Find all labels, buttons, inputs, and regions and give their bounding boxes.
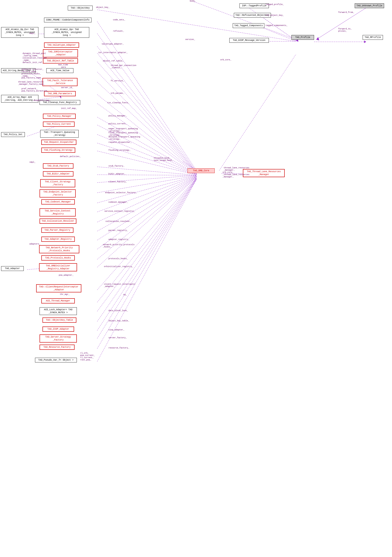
svg-line-30 — [97, 151, 196, 175]
label-endpoints-map: endpoints_map_ — [33, 99, 51, 102]
class-diagram: TAO_Unknown_Profile TAO_Profile TAO_MPro… — [0, 0, 392, 557]
node-tao-parser-registry: TAO_Parser_Registry — [41, 228, 74, 233]
label-network-priority-protocols-hooks: network_priority_protocols_hooks_ — [103, 244, 134, 248]
label-data-block-lock: data_block_lock_ — [108, 310, 128, 312]
node-tao-codeset-manager: TAO_Codeset_Manager — [41, 199, 75, 205]
label-orb-core: orb_core_ — [220, 59, 231, 61]
label-server-id: server_id_ — [61, 87, 73, 89]
label-object-key-table: object_key_table_ — [108, 320, 129, 322]
node-ace-array-map: ACE_Array_Map< ACE_CString, ACE_CString … — [1, 95, 38, 103]
label-threadio-hook: threadio_hook_sync_scope_hook_ — [154, 157, 173, 162]
node-tao-unknown-profile: TAO_Unknown_Profile — [355, 3, 384, 8]
label-forward-to-ptiles: forward_to_ptiles_ — [338, 28, 351, 32]
node-tao-stub-factory: TAO_Stub_Factory — [43, 163, 74, 169]
node-tao-orb-core: TAO_ORB_Core — [188, 168, 215, 173]
node-tao-ziop-adapter: TAO_ZIOP_Adapter — [42, 327, 74, 332]
node-tao-object-ref-table: TAO_Object_Ref_Table — [43, 58, 78, 64]
node-iop-taggedprofile: IOP::TaggedProfile — [239, 3, 269, 8]
node-tao-orbinitializer-registry-adapter: TAO_ORBInitializer_Registry_Adapter — [39, 263, 77, 271]
label-orb-params: orb_params_ — [111, 92, 124, 94]
label-default-init-ref: default_init_ref_ — [23, 61, 43, 64]
label-policy-current: policy_current_ — [108, 123, 127, 125]
label-server-factory: server_factory_ — [108, 337, 127, 339]
node-tao-collocation-resolver: TAO_Collocation_Resolver — [40, 219, 76, 224]
node-tao-client-strategy-factory: TAO_Client_Strategy_Factory — [40, 179, 75, 187]
node-tao-mprofile: TAO_MProfile — [363, 35, 383, 40]
node-ace-lock-adapter: ACE_Lock_Adapter< TAO_SYNCH_MUTEX > — [40, 307, 77, 315]
label-code-sets: code_sets_ — [113, 19, 125, 21]
node-ace-time-value: ACE_Time_Value — [46, 68, 74, 73]
label-request-dispatcher: request_dispatcher_ — [108, 141, 132, 143]
label-parser-registry: parser_registry_ — [108, 229, 128, 232]
label-collocation-resolver-name: collocation_resolver_name_ — [23, 57, 47, 61]
svg-line-50 — [97, 178, 196, 321]
label-service-context-registry: service_context_registry_ — [104, 210, 135, 213]
label-bidir-adapter: bidir_adapter_ — [108, 173, 126, 175]
label-client-factory: client_factory_ — [108, 181, 127, 183]
svg-line-53 — [97, 179, 196, 349]
node-tao-orb-parameters: TAO_ORB_Parameters — [44, 91, 76, 96]
node-ace-thread-manager: ACE_Thread_Manager — [41, 298, 75, 303]
node-tao-profile: TAO_Profile — [292, 35, 314, 40]
label-eager-transport: eager_transport_queueing_strategy_ — [108, 128, 138, 132]
node-tao-protocols-hooks: TAO_Protocols_Hooks — [41, 255, 75, 261]
node-tao-server-strategy-factory: TAO_Server_Strategy_Factory — [40, 335, 77, 343]
label-max-time: max_time — [58, 64, 68, 66]
label-endpoint-selector-factory: endpoint_selector_factory_ — [105, 192, 137, 194]
svg-line-37 — [97, 176, 196, 203]
label-tss-cleanup-funcs: tss_cleanup_funcs_ — [107, 102, 129, 104]
svg-line-7 — [262, 17, 296, 41]
node-tao-service-context-registry: TAO_Service_Context_Registry — [40, 208, 76, 216]
label-dynamic-thread-pool: dynamic_thread_pool_config_name_ — [23, 52, 46, 57]
label-tm: tm_ — [123, 294, 127, 296]
label-protocols-hooks-name: protocols_hooks__name_ — [21, 73, 41, 77]
label-orbinitializer-registry: orbinitializer_registry_ — [104, 265, 133, 268]
label-delayed-transport: delayed_transport_queueing_strategy_ — [108, 136, 140, 140]
label-resource-factory: resource_factory_ — [108, 347, 129, 349]
node-tao-client-request-interceptor-adapter: TAO::ClientRequestInterceptor_Adapter — [36, 284, 81, 292]
label-forward-from: forward_from_ — [338, 11, 354, 14]
label-impl-2: impl_ — [29, 161, 35, 163]
label-poa-adapter: poa_adapter_ — [59, 274, 74, 276]
label-ziop-adapter: ziop_adapter_ — [108, 329, 124, 331]
node-tao-transport-queueing-strategy: TAO::Transport_Queueing_Strategy — [40, 130, 79, 138]
label-tagged-components: tagged_components_ — [265, 25, 287, 27]
label-valuetype-adapter: valuetype_adapter_ — [102, 43, 123, 45]
svg-line-16 — [97, 62, 196, 173]
label-flushing-strategy: flushing_strategy_ — [108, 149, 130, 151]
label-stub-factory: stub_factory_ — [108, 165, 124, 167]
label-poa-factory-name: poa_factory_name_ — [21, 77, 42, 79]
svg-marker-2 — [316, 37, 319, 40]
node-tao-request-dispatcher: TAO_Request_Dispatcher — [41, 140, 76, 145]
svg-line-28 — [97, 134, 196, 174]
node-tao-endpoint-selector-factory: TAO_Endpoint_Selector_Factory — [40, 189, 76, 197]
label-codeset-manager: codeset_manager_ — [108, 201, 128, 203]
label-ref-object-key: ref_object_key_ — [265, 14, 284, 16]
label-version: version_ — [185, 38, 195, 41]
node-tao-fault-tolerance-service: TAO_Fault_Tolerance_Service — [42, 78, 77, 86]
svg-line-17 — [97, 72, 196, 173]
node-tao-objectkey-table: TAO::ObjectKey_Table — [42, 318, 76, 323]
label-tagged-profile: tagged_profile_ — [265, 3, 284, 6]
label-default-policies: default_policies_ — [60, 156, 81, 158]
node-tao-adapter-registry: TAO_Adapter_Registry — [41, 237, 75, 242]
svg-line-57 — [219, 54, 296, 171]
label-thread-lane-resources-manager-factory-name: thread_lane_resources_manager_factory_na… — [18, 81, 45, 85]
svg-line-54 — [97, 179, 196, 361]
svg-line-39 — [97, 176, 196, 222]
node-tao-flushing-strategy: TAO_Flushing_Strategy — [41, 147, 75, 153]
label-policy-manager: policy_manager_ — [108, 115, 127, 117]
node-tao-valuetype-adapter: TAO_Valuetype_Adapter — [44, 42, 79, 48]
node-tao-network-priority-protocols-hooks: TAO_Network_Priority_Protocols_Hooks — [39, 245, 79, 253]
node-tao-policy-set: TAO_Policy_Set — [1, 132, 25, 137]
label-ft-service: ft_service_ — [111, 80, 124, 82]
label-orb-core-thread-lane-resources-manager: orb_core__thread_lane_resources_manager_ — [222, 171, 249, 178]
label-refcount: refcount_ — [113, 30, 124, 32]
node-tao-resource-factory: TAO_Resource_Factory — [40, 344, 74, 350]
label-thread-lane-resources-manager: thread_lane_resources_manager_ — [224, 167, 249, 171]
label-zero: zero — [61, 66, 66, 68]
label-object-key: object_key_ — [96, 6, 109, 8]
label-impl-1: impl_ — [29, 32, 35, 35]
label-protocols-hooks: protocols_hooks_ — [108, 258, 128, 260]
node-ace-atomic-op: ACE_Atomic_Op< TAO_SYNCH_MUTEX, unsigned… — [44, 27, 89, 38]
